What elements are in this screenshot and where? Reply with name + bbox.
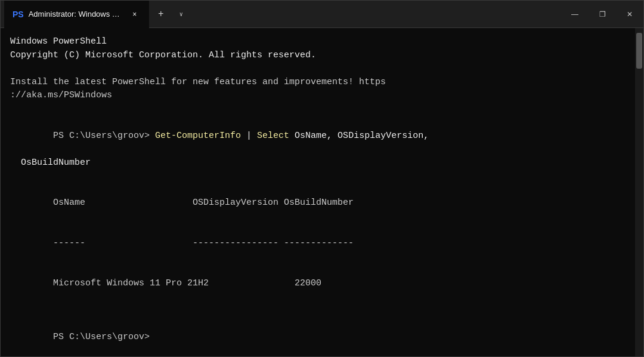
cmd-get-computerinfo: Get-ComputerInfo [155, 131, 241, 141]
terminal-line-13 [10, 304, 626, 318]
pipe-symbol: | [241, 131, 257, 141]
tab-title: Administrator: Windows PowerS [29, 10, 124, 19]
prompt-1: PS C:\Users\groov> [53, 131, 155, 141]
scrollbar-thumb[interactable] [636, 33, 642, 69]
window-controls: — ❐ ✕ [561, 1, 643, 28]
powershell-icon: PS [13, 10, 24, 19]
terminal-line-3 [10, 62, 626, 76]
cmd-args: OsName, OSDisplayVersion, [289, 131, 429, 141]
terminal-line-1: Windows PowerShell [10, 35, 626, 49]
terminal-line-12: Microsoft Windows 11 Pro 21H2 22000 [10, 264, 626, 304]
terminal-line-2: Copyright (C) Microsoft Corporation. All… [10, 49, 626, 63]
close-button[interactable]: ✕ [616, 1, 643, 28]
window: PS Administrator: Windows PowerS × + ∨ —… [0, 0, 644, 357]
cmd-select: Select [257, 131, 289, 141]
terminal-area: Windows PowerShell Copyright (C) Microso… [1, 28, 643, 356]
terminal-line-6 [10, 103, 626, 116]
dropdown-button[interactable]: ∨ [173, 4, 190, 25]
active-tab[interactable]: PS Administrator: Windows PowerS × [4, 1, 149, 28]
scrollbar-track[interactable] [635, 28, 643, 356]
titlebar: PS Administrator: Windows PowerS × + ∨ —… [1, 1, 643, 28]
terminal-line-7: PS C:\Users\groov> Get-ComputerInfo | Se… [10, 116, 626, 156]
minimize-button[interactable]: — [561, 1, 589, 28]
terminal-line-10: OsName OSDisplayVersion OsBuildNumber [10, 183, 626, 224]
maximize-button[interactable]: ❐ [589, 1, 616, 28]
terminal-line-9 [10, 170, 626, 183]
new-tab-button[interactable]: + [150, 4, 172, 25]
terminal-output[interactable]: Windows PowerShell Copyright (C) Microso… [1, 28, 635, 356]
terminal-line-8: OsBuildNumber [10, 156, 626, 170]
prompt-2: PS C:\Users\groov> [53, 332, 155, 342]
terminal-line-14: PS C:\Users\groov> [10, 318, 626, 357]
terminal-line-11: ------ ---------------- ------------- [10, 223, 626, 264]
close-tab-button[interactable]: × [129, 8, 141, 20]
terminal-line-4: Install the latest PowerShell for new fe… [10, 76, 626, 90]
titlebar-left: PS Administrator: Windows PowerS × + ∨ [1, 1, 190, 28]
terminal-line-5: ://aka.ms/PSWindows [10, 89, 626, 103]
